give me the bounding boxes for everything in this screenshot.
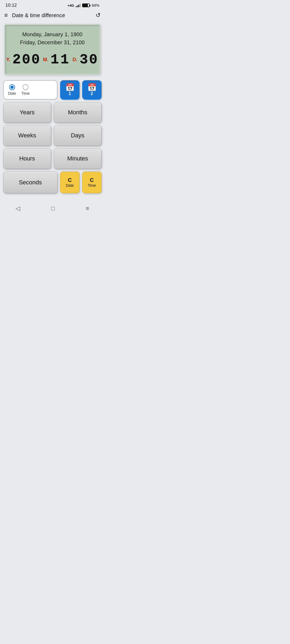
display-dates: Monday, January 1, 1900 Friday, December… [9,30,95,46]
date-radio-label: Date [8,91,16,96]
status-time: 10:12 [5,3,17,8]
battery-icon [82,3,90,7]
time-radio-circle [23,84,28,90]
status-right: +4G 84% [67,3,99,8]
calendar2-button[interactable]: 📅 2 [82,80,102,100]
display-result: Y. 200 M. 11 D. 30 [9,52,95,68]
date-radio-circle [9,84,15,90]
years-label-display: Y. [6,57,10,63]
home-nav-button[interactable]: □ [46,203,60,214]
top-bar: ≡ Date & time difference ↺ [0,10,105,21]
calc-button-grid: Years Months Weeks Days Hours Minutes [3,102,102,169]
status-bar: 10:12 +4G 84% [0,0,105,10]
battery-percent: 84% [92,3,99,8]
calendar1-num: 1 [69,91,71,96]
minutes-button[interactable]: Minutes [54,148,102,169]
years-value-display: 200 [12,52,41,68]
date-radio-inner [10,86,14,89]
time-mode-option[interactable]: Time [21,84,30,96]
calendar2-icon: 📅 [87,84,97,91]
date-mode-option[interactable]: Date [8,84,16,96]
date1-display: Monday, January 1, 1900 [9,30,95,38]
time-radio-label: Time [21,91,30,96]
date2-display: Friday, December 31, 2100 [9,38,95,46]
days-label-display: D. [73,57,77,63]
seconds-button[interactable]: Seconds [3,171,57,193]
clear-time-button[interactable]: C Time [82,171,102,193]
years-button[interactable]: Years [3,102,51,123]
months-button[interactable]: Months [54,102,102,123]
clear-time-label: Time [88,183,96,188]
nav-bar: ◁ □ ≡ [0,199,105,219]
weeks-button[interactable]: Weeks [3,125,51,146]
clear-date-button[interactable]: C Date [60,171,79,193]
clear-date-label: Date [66,183,74,188]
days-button[interactable]: Days [54,125,102,146]
page-title: Date & time difference [12,12,96,19]
recents-nav-button[interactable]: ≡ [80,203,95,214]
bottom-row: Seconds C Date C Time [3,171,102,193]
buttons-area: Date Time 📅 1 📅 2 Years Months Weeks Day… [0,78,105,193]
clear-date-c: C [68,177,72,183]
hamburger-menu-icon[interactable]: ≡ [4,12,8,18]
calendar1-button[interactable]: 📅 1 [60,80,79,100]
hours-button[interactable]: Hours [3,148,51,169]
calendar1-icon: 📅 [65,84,75,91]
calendar2-num: 2 [91,91,93,96]
history-icon[interactable]: ↺ [96,12,100,19]
months-value-display: 11 [50,52,70,68]
clear-time-c: C [90,177,94,183]
signal-label: +4G [67,3,74,8]
days-value-display: 30 [79,52,98,68]
signal-bars-icon [76,3,81,7]
mode-selector: Date Time [3,80,57,100]
back-nav-button[interactable]: ◁ [10,203,26,214]
months-label-display: M. [43,57,48,63]
mode-row: Date Time 📅 1 📅 2 [3,80,102,100]
display-panel: Monday, January 1, 1900 Friday, December… [4,24,100,75]
